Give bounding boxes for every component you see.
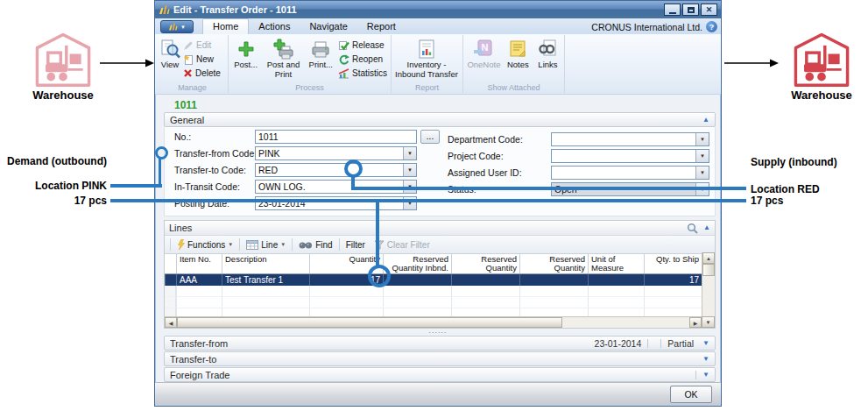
col-unit-of-measure[interactable]: Unit of Measure Code (588, 254, 644, 273)
col-reserved-qty-inbnd[interactable]: Reserved Quantity Inbnd. (383, 254, 451, 273)
collapse-lines-icon[interactable]: ▲ (703, 224, 710, 231)
inventory-inbound-transfer-button[interactable]: Inventory - Inbound Transfer (393, 36, 460, 81)
foreign-trade-fasttab[interactable]: Foreign Trade ▼ (164, 367, 716, 382)
post-and-print-button[interactable]: Post and Print (261, 36, 305, 81)
warehouse-label: Warehouse (791, 89, 852, 102)
manage-small-buttons: Edit New Delete (181, 36, 222, 80)
project-code-label: Project Code: (448, 149, 504, 163)
dropdown-icon[interactable]: ▼ (695, 150, 709, 162)
find-button[interactable]: Find (294, 237, 336, 252)
dropdown-icon[interactable]: ▼ (403, 164, 416, 176)
statistics-button[interactable]: Statistics (336, 67, 389, 80)
help-icon[interactable]: ? (706, 21, 717, 32)
ribbon-group-process: Post... Post and Print Print... (229, 35, 392, 93)
release-icon (338, 40, 349, 51)
post-and-print-label: Post and Print (262, 60, 304, 79)
filter-label: Filter (346, 240, 365, 250)
delete-icon (183, 68, 193, 78)
application-menu-button[interactable]: ▼ (160, 20, 194, 33)
transfer-to-fasttab[interactable]: Transfer-to ▼ (164, 351, 716, 366)
tab-report[interactable]: Report (357, 19, 406, 34)
table-row-empty[interactable] (165, 297, 715, 308)
dropdown-icon[interactable]: ▼ (695, 133, 709, 145)
maximize-button[interactable] (682, 4, 699, 16)
filter-button[interactable]: Filter (342, 237, 370, 252)
no-assist-button[interactable]: ... (420, 130, 440, 144)
department-code-field[interactable]: ▼ (551, 132, 709, 146)
col-reserved-qty-outbnd[interactable]: Reserved Quantity Outbnd. (519, 254, 588, 273)
edit-icon (183, 40, 194, 51)
print-button[interactable]: Print... (306, 36, 336, 72)
onenote-icon: N (473, 38, 494, 60)
search-icon[interactable] (687, 223, 698, 234)
general-fasttab-header[interactable]: General ▲ (164, 112, 716, 127)
foreign-trade-title: Foreign Trade (170, 370, 229, 380)
no-label: No.: (174, 130, 191, 144)
col-qty-to-ship[interactable]: Qty. to Ship (644, 254, 702, 273)
cell-unit-of-measure[interactable] (588, 274, 644, 286)
statistics-label: Statistics (352, 68, 387, 78)
collapse-general-icon[interactable]: ▲ (702, 117, 709, 124)
post-button[interactable]: Post... (230, 36, 261, 72)
links-button[interactable]: Links (533, 36, 562, 72)
release-button[interactable]: Release (336, 39, 389, 52)
dropdown-icon[interactable]: ▼ (403, 147, 416, 159)
col-item-no[interactable]: Item No. (176, 254, 222, 273)
ok-button[interactable]: OK (670, 386, 712, 403)
col-reserved-qty-shipped[interactable]: Reserved Quantity Shipped (451, 254, 519, 273)
tab-navigate[interactable]: Navigate (300, 19, 356, 34)
edit-button[interactable]: Edit (181, 39, 222, 52)
app-logo-icon (159, 5, 170, 15)
binoculars-icon (299, 240, 313, 250)
scroll-up-icon[interactable]: ▲ (702, 252, 715, 264)
transfer-from-code-field[interactable]: PINK▼ (255, 146, 417, 160)
delete-button[interactable]: Delete (181, 67, 222, 80)
supply-inbound-label: Supply (inbound) (751, 156, 837, 168)
department-code-label: Department Code: (448, 132, 523, 146)
col-description[interactable]: Description (222, 254, 309, 273)
line-button[interactable]: Line ▼ (242, 237, 290, 252)
table-row-selected[interactable]: AAA Test Transfer 1 17 17 (165, 274, 715, 286)
tab-home[interactable]: Home (202, 18, 249, 34)
functions-button[interactable]: Functions ▼ (173, 237, 237, 252)
cell-reserved-qty-outbnd[interactable] (519, 274, 588, 286)
splitter-handle[interactable]: ...... (155, 327, 721, 334)
cell-item-no[interactable]: AAA (176, 274, 222, 286)
onenote-button[interactable]: N OneNote (465, 36, 503, 72)
expand-foreign-trade-icon[interactable]: ▼ (702, 372, 709, 379)
onenote-label: OneNote (467, 60, 500, 70)
expand-transfer-from-icon[interactable]: ▼ (702, 340, 709, 347)
lines-fasttab-header[interactable]: Lines ▲ (165, 221, 715, 236)
statistics-icon (338, 68, 349, 79)
row-selector[interactable] (165, 274, 176, 286)
process-group-label: Process (229, 83, 391, 92)
lines-fasttab: Lines ▲ Functions ▼ Line ▼ (164, 220, 716, 329)
dropdown-icon[interactable]: ▼ (695, 167, 709, 179)
transfer-from-fasttab[interactable]: Transfer-from 23-01-2014 Partial ▼ (164, 336, 716, 351)
ribbon-group-report: Inventory - Inbound Transfer Report (392, 35, 463, 93)
tab-actions[interactable]: Actions (249, 19, 300, 34)
close-button[interactable]: ✕ (701, 4, 717, 16)
title-bar[interactable]: Edit - Transfer Order - 1011 ✕ (155, 1, 721, 18)
expand-transfer-to-icon[interactable]: ▼ (702, 356, 709, 363)
view-button[interactable]: View (159, 36, 181, 72)
notes-button[interactable]: Notes (503, 36, 533, 72)
project-code-field[interactable]: ▼ (551, 149, 709, 163)
cell-qty-to-ship[interactable]: 17 (644, 274, 702, 286)
vertical-scroll-thumb[interactable] (702, 264, 715, 276)
minimize-button[interactable] (664, 4, 681, 16)
cell-reserved-qty-inbnd[interactable] (383, 274, 451, 286)
reopen-label: Reopen (352, 54, 383, 64)
vertical-scrollbar[interactable]: ▲ (702, 252, 715, 316)
table-row-empty[interactable] (165, 286, 715, 297)
reopen-button[interactable]: Reopen (336, 53, 389, 66)
cell-reserved-qty-shipped[interactable] (451, 274, 519, 286)
find-label: Find (315, 240, 332, 250)
no-field[interactable]: 1011 (255, 130, 417, 144)
post-label: Post... (234, 60, 258, 70)
cell-description[interactable]: Test Transfer 1 (222, 274, 309, 286)
assigned-user-id-field[interactable]: ▼ (551, 166, 709, 180)
transfer-from-title: Transfer-from (170, 338, 228, 349)
new-button[interactable]: New (181, 53, 222, 66)
transfer-to-code-field[interactable]: RED▼ (255, 163, 417, 177)
